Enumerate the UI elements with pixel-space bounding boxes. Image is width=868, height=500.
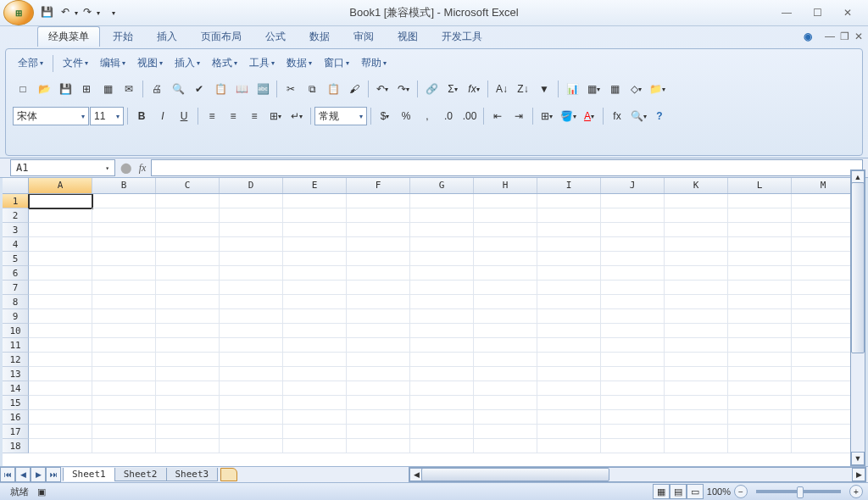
cell[interactable] [601,396,665,410]
cell[interactable] [728,439,792,453]
undo-button[interactable]: ↶▾ [372,79,392,99]
cell[interactable] [410,208,474,223]
research-button[interactable]: 📋 [210,79,231,99]
cell[interactable] [92,295,156,309]
cell[interactable] [665,396,728,410]
merge-button[interactable]: ⊞▾ [265,106,286,126]
cut-button[interactable]: ✂ [281,79,301,99]
sheet-tab[interactable]: Sheet1 [63,468,115,481]
permission-button[interactable]: ▦ [97,79,118,99]
cell[interactable] [92,439,156,453]
cell[interactable] [283,396,347,410]
cell[interactable] [220,194,283,208]
cell[interactable] [29,208,92,223]
row-header[interactable]: 5 [3,252,29,266]
horizontal-scrollbar[interactable]: ◀ ▶ [409,467,866,482]
cell[interactable] [220,252,283,266]
cell[interactable] [220,353,283,367]
cell[interactable] [410,338,474,353]
cell[interactable] [792,425,855,439]
cell[interactable] [792,396,855,410]
cell[interactable] [474,295,537,309]
column-header[interactable]: I [537,178,601,193]
cell[interactable] [601,410,665,425]
cell[interactable] [601,237,665,252]
cell[interactable] [29,410,92,425]
cell[interactable] [410,367,474,381]
tab-data[interactable]: 数据 [298,26,341,47]
cell[interactable] [283,223,347,237]
macro-record-button[interactable]: ▣ [34,484,49,499]
cell[interactable] [474,324,537,338]
cell[interactable] [220,396,283,410]
cell[interactable] [156,439,220,453]
cell[interactable] [601,223,665,237]
cell[interactable] [29,353,92,367]
cell[interactable] [474,367,537,381]
cell[interactable] [728,208,792,223]
cell[interactable] [792,367,855,381]
filter-button[interactable]: ▼ [534,79,554,99]
comma-button[interactable]: , [417,106,437,126]
cell[interactable] [474,410,537,425]
wrap-text-button[interactable]: ↵▾ [287,106,307,126]
cell[interactable] [601,338,665,353]
cell[interactable] [537,324,601,338]
cell[interactable] [601,281,665,295]
tab-formulas[interactable]: 公式 [254,26,297,47]
column-header[interactable]: D [220,178,283,193]
cell[interactable] [156,367,220,381]
cell[interactable] [92,425,156,439]
cell[interactable] [156,309,220,324]
hyperlink-button[interactable]: 🔗 [421,79,442,99]
cell[interactable] [601,295,665,309]
cell[interactable] [347,338,410,353]
row-header[interactable]: 9 [3,309,29,324]
cell[interactable] [92,223,156,237]
align-center-button[interactable]: ≡ [223,106,243,126]
cell[interactable] [92,252,156,266]
cell[interactable] [92,381,156,396]
menu-tools[interactable]: 工具▾ [244,54,280,72]
column-header[interactable]: G [410,178,474,193]
row-header[interactable]: 2 [3,208,29,223]
new-sheet-button[interactable] [220,468,237,481]
cell[interactable] [92,410,156,425]
cell[interactable] [410,194,474,208]
cell[interactable] [665,439,728,453]
copy-button[interactable]: ⧉ [302,79,322,99]
sort-desc-button[interactable]: Z↓ [513,79,533,99]
cell[interactable] [474,208,537,223]
cell[interactable] [29,237,92,252]
cell[interactable] [474,309,537,324]
qat-customize-button[interactable]: ▾ [103,3,124,23]
align-left-button[interactable]: ≡ [202,106,222,126]
doc-restore-button[interactable]: ❐ [840,31,849,42]
cell[interactable] [601,252,665,266]
shapes-button[interactable]: ◇▾ [626,79,646,99]
cell[interactable] [283,252,347,266]
cell[interactable] [792,324,855,338]
zoom-in-button[interactable]: + [849,485,863,498]
cell[interactable] [665,353,728,367]
row-header[interactable]: 8 [3,295,29,309]
cell[interactable] [665,266,728,281]
doc-minimize-button[interactable]: — [825,31,835,42]
row-header[interactable]: 18 [3,439,29,453]
cell[interactable] [665,208,728,223]
cell[interactable] [347,324,410,338]
tab-home[interactable]: 开始 [102,26,144,47]
row-header[interactable]: 4 [3,237,29,252]
column-header[interactable]: B [92,178,156,193]
underline-button[interactable]: U [174,106,194,126]
minimize-button[interactable]: — [775,5,798,20]
thesaurus-button[interactable]: 📖 [231,79,252,99]
doc-close-button[interactable]: ✕ [854,31,863,42]
cell[interactable] [410,223,474,237]
cell[interactable] [347,194,410,208]
cell[interactable] [283,208,347,223]
cell[interactable] [665,410,728,425]
pivot-button[interactable]: ▦▾ [583,79,604,99]
cell[interactable] [601,425,665,439]
cell[interactable] [347,223,410,237]
